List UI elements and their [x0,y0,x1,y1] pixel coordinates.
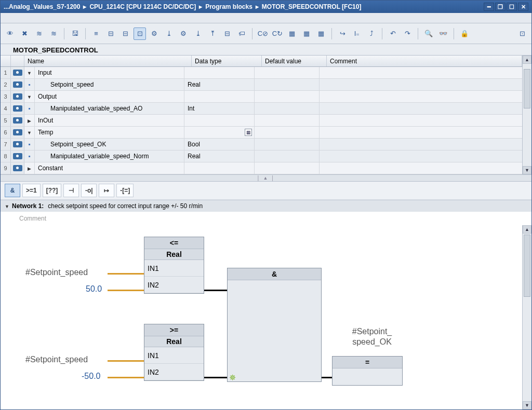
cell-comment[interactable] [320,162,522,174]
cell-name[interactable]: Output [35,91,184,102]
scroll-thumb[interactable] [524,69,530,108]
tag-icon[interactable] [11,139,24,150]
table-row[interactable]: 6Temp▦ [1,127,522,139]
fbd-op-empty[interactable]: [??] [43,184,62,197]
breadcrumb-3[interactable]: Program blocks [205,3,252,10]
signal-setpoint[interactable]: #Setpoint_speed [25,268,88,277]
grid-scrollbar[interactable]: ▲ ▼ [522,56,531,174]
tb-icon[interactable]: I₌ [351,28,363,40]
tb-icon[interactable]: ▦ [286,28,298,40]
scroll-up-button[interactable]: ▲ [523,56,531,64]
minimize-button[interactable]: ━ [484,3,494,11]
cell-default[interactable] [255,139,320,150]
signal-50[interactable]: 50.0 [86,284,102,294]
close-button[interactable]: ✕ [518,3,528,11]
cell-type[interactable]: ▦ [184,127,255,138]
scroll-thumb[interactable] [524,235,530,297]
cell-name[interactable]: Manipulated_variable_speed_AO [35,103,184,114]
tb-icon[interactable]: ▦ [315,28,327,40]
tag-icon[interactable] [11,162,24,174]
table-row[interactable]: 4▪Manipulated_variable_speed_AOInt [1,103,522,115]
tb-icon[interactable]: ≋ [33,28,45,40]
tag-icon[interactable] [11,115,24,126]
cmp-le-block[interactable]: <= Real IN1 IN2 [144,237,204,294]
table-row[interactable]: 5InOut [1,115,522,127]
expand-icon[interactable] [24,162,35,174]
tag-icon[interactable] [11,79,24,90]
tag-icon[interactable] [11,127,24,138]
cell-comment[interactable] [320,79,522,90]
tb-icon[interactable]: 🖫 [69,28,81,40]
tag-icon[interactable] [11,67,24,78]
cell-type[interactable]: Real [184,151,255,162]
expand-icon[interactable]: ▪ [24,103,35,114]
cell-comment[interactable] [320,91,522,102]
tb-icon[interactable]: C⊘ [257,28,269,40]
cell-name[interactable]: Setpoint_speed_OK [35,139,184,150]
fbd-op-not[interactable]: -o| [81,184,97,197]
col-comment[interactable]: Comment [327,56,522,66]
cell-default[interactable] [255,115,320,126]
cell-default[interactable] [255,67,320,78]
cell-comment[interactable] [320,103,522,114]
expand-icon[interactable] [24,127,35,138]
fbd-op-and[interactable]: & [5,184,20,197]
signal-n50[interactable]: -50.0 [82,372,100,381]
tb-icon[interactable]: ⊟ [119,28,131,40]
breadcrumb-4[interactable]: MOTOR_SPEEDCONTROL [FC10] [262,3,362,10]
col-type[interactable]: Data type [192,56,262,66]
splitter[interactable]: │ ▲ │ [1,174,531,182]
col-default[interactable]: Default value [262,56,327,66]
expand-icon[interactable]: ▪ [24,139,35,150]
restore-button[interactable]: ❐ [495,3,506,11]
tb-icon[interactable]: ≋ [47,28,60,40]
tb-icon[interactable]: 🏷 [235,28,248,40]
tb-icon[interactable]: 👁 [4,28,16,40]
fbd-op-or[interactable]: >=1 [22,184,41,197]
cell-comment[interactable] [320,67,522,78]
scroll-up-button[interactable]: ▲ [523,225,531,234]
cell-default[interactable] [255,91,320,102]
tb-icon[interactable]: ⤴ [365,28,378,40]
tag-icon[interactable] [11,103,24,114]
assign-block[interactable]: = [332,356,403,386]
and-block[interactable]: & [227,268,322,382]
signal-out2[interactable]: speed_OK [343,337,401,347]
tb-icon[interactable]: ⚙ [148,28,161,40]
tb-icon[interactable]: ⤓ [163,28,175,40]
cmp-ge-block[interactable]: >= Real IN1 IN2 [144,324,204,381]
cell-type[interactable]: Int [184,103,255,114]
collapse-icon[interactable] [5,202,12,210]
tb-icon[interactable]: C↻ [271,28,284,40]
cell-default[interactable] [255,127,320,138]
fbd-op-branch[interactable]: ↦ [99,184,114,197]
cell-comment[interactable] [320,115,522,126]
breadcrumb-2[interactable]: CPU_1214C [CPU 1214C DC/DC/DC] [89,3,196,10]
cell-comment[interactable] [320,127,522,138]
table-row[interactable]: 7▪Setpoint_speed_OKBool [1,139,522,151]
cell-type[interactable] [184,115,255,126]
tb-icon[interactable]: ⚙ [177,28,190,40]
tb-icon[interactable]: 🔍 [422,28,435,40]
tb-icon[interactable]: ▦ [300,28,313,40]
expand-icon[interactable]: ▪ [24,151,35,162]
table-row[interactable]: 1Input [1,67,522,79]
tb-icon[interactable]: 👓 [437,28,449,40]
cell-name[interactable]: Manipulated_variable_speed_Norm [35,151,184,162]
tag-icon[interactable] [11,151,24,162]
tb-icon[interactable]: ⤒ [206,28,219,40]
breadcrumb-1[interactable]: ...Analog_Values_S7-1200 [4,3,80,10]
cell-name[interactable]: Constant [35,162,184,174]
expand-icon[interactable]: ▪ [24,79,35,90]
tb-icon[interactable]: ↪ [336,28,349,40]
scroll-down-button[interactable]: ▼ [523,166,531,174]
cell-name[interactable]: Input [35,67,184,78]
cell-type[interactable]: Bool [184,139,255,150]
tb-icon[interactable]: ≡ [90,28,102,40]
cell-default[interactable] [255,79,320,90]
tb-icon[interactable]: ↶ [387,28,399,40]
dropdown-icon[interactable]: ▦ [245,129,252,136]
cell-type[interactable]: Real [184,79,255,90]
tb-icon[interactable]: ⊟ [104,28,117,40]
fbd-op-contact[interactable]: ⊣ [63,184,79,197]
